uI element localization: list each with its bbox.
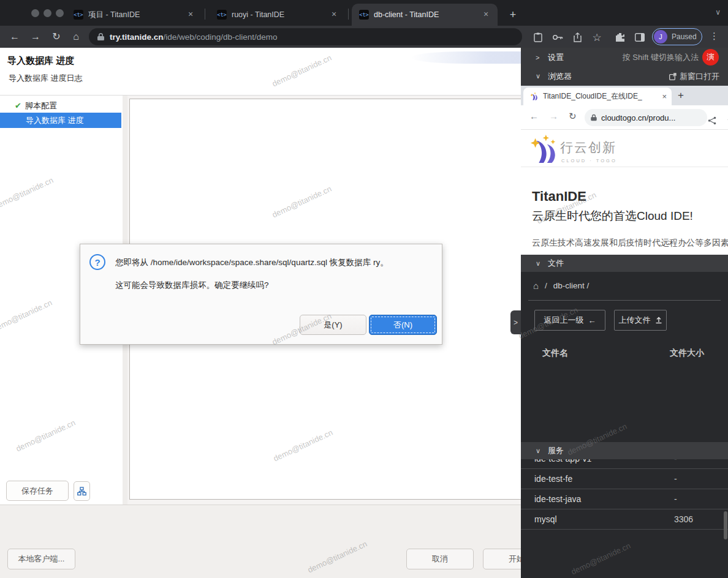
clipboard-icon[interactable]: [531, 30, 545, 45]
hero-subtitle: 云原生时代您的首选Cloud IDE!: [532, 208, 693, 224]
mini-forward-icon[interactable]: →: [549, 111, 558, 121]
tab-title: db-client - TitanIDE: [374, 10, 476, 19]
check-icon: ✔: [15, 101, 21, 110]
sitemap-icon: [77, 487, 86, 496]
service-row[interactable]: mysql 3306: [521, 509, 728, 530]
titanide-db-client-app: 导入数据库 进度 导入数据库 进度日志 ✔ 脚本配置 导入数据库 进度 保存任务: [0, 48, 521, 578]
share-icon[interactable]: [570, 30, 585, 45]
profile-chip[interactable]: J Paused: [652, 28, 702, 45]
url-path: /ide/web/coding/db-client/demo: [164, 32, 278, 42]
step-label: 脚本配置: [25, 100, 57, 111]
url-host: try.titanide.cn: [110, 32, 164, 42]
settings-section-header[interactable]: > 设置 按 Shift 键切换输入法 演: [521, 48, 728, 67]
sitemap-button[interactable]: [74, 481, 90, 501]
lock-icon: [97, 32, 104, 41]
side-panel-icon[interactable]: [632, 30, 647, 45]
local-client-button[interactable]: 本地客户端...: [7, 549, 75, 569]
upload-icon: [655, 317, 662, 324]
new-tab-button[interactable]: +: [505, 7, 521, 23]
avatar: J: [654, 30, 667, 43]
mini-url: cloudtogo.cn/produ...: [601, 113, 675, 122]
tab-ruoyi[interactable]: <t> ruoyi - TitanIDE ×: [210, 4, 346, 26]
save-task-button[interactable]: 保存任务: [6, 481, 69, 501]
chevron-down-icon: ∨: [536, 72, 543, 80]
reload-icon[interactable]: ↻: [49, 30, 64, 45]
tab-close-icon[interactable]: ×: [185, 9, 196, 20]
file-browser: ⌂ / db-client / 返回上一级← 上传文件 文件名 文件大小: [521, 272, 728, 442]
service-row[interactable]: ide-test-app-v1 -: [521, 459, 728, 469]
panel-scrollbar[interactable]: [724, 511, 727, 539]
tab-project[interactable]: <t> 项目 - TitanIDE ×: [66, 4, 202, 26]
tab-close-icon[interactable]: ×: [480, 9, 491, 20]
brand-name: 行云创新: [560, 139, 616, 156]
ide-side-panel: > 设置 按 Shift 键切换输入法 演 ∨ 浏览器 新窗口打开 Ti: [521, 48, 728, 578]
titanide-favicon: <t>: [74, 10, 83, 20]
mini-address-bar[interactable]: cloudtogo.cn/produ...: [585, 109, 707, 126]
step-script-config[interactable]: ✔ 脚本配置: [0, 98, 121, 113]
files-section-header[interactable]: ∨ 文件: [521, 255, 728, 272]
open-new-window-button[interactable]: 新窗口打开: [669, 71, 719, 82]
window-close-button[interactable]: [31, 9, 39, 17]
service-row[interactable]: ide-test-java -: [521, 489, 728, 509]
cancel-button[interactable]: 取消: [406, 549, 474, 569]
page-subtitle: 导入数据库 进度日志: [9, 73, 83, 84]
mini-new-tab-button[interactable]: +: [678, 89, 684, 102]
hero-title: TitanIDE: [532, 189, 586, 205]
header-decoration: [411, 51, 521, 64]
hero-paragraph: 云原生技术高速发展和后疫情时代远程办公等多因素: [532, 238, 728, 249]
mini-tab-close-icon[interactable]: ×: [662, 92, 667, 101]
home-icon[interactable]: ⌂: [533, 280, 539, 291]
mini-reload-icon[interactable]: ↻: [569, 111, 577, 122]
browser-menu-icon[interactable]: ⋮: [710, 31, 719, 42]
step-import-progress[interactable]: 导入数据库 进度: [0, 113, 121, 128]
titanide-favicon: <t>: [217, 10, 227, 20]
titanide-favicon: <t>: [359, 10, 369, 20]
left-arrow-icon: ←: [588, 316, 596, 325]
tab-title: 项目 - TitanIDE: [88, 10, 180, 20]
browser-toolbar: ← → ↻ ⌂ try.titanide.cn/ide/web/coding/d…: [0, 26, 728, 48]
dialog-message-line2: 这可能会导致数据库损坏。确定要继续吗?: [115, 280, 269, 291]
window-minimize-button[interactable]: [44, 9, 51, 17]
demo-badge[interactable]: 演: [702, 49, 719, 66]
window-zoom-button[interactable]: [56, 9, 64, 17]
home-icon[interactable]: ⌂: [69, 30, 83, 45]
services-section-header[interactable]: ∨ 服务: [521, 442, 728, 459]
sync-status: Paused: [672, 32, 697, 41]
mini-browser-tab[interactable]: TitanIDE_CloudIDE_在线IDE_ ×: [523, 88, 672, 105]
tab-separator: [348, 9, 349, 20]
tab-search-chevron-icon[interactable]: ∨: [715, 8, 721, 17]
wizard-footer: 本地客户端... 取消 开始: [0, 505, 521, 578]
tab-db-client-active[interactable]: <t> db-client - TitanIDE ×: [352, 4, 498, 26]
mini-browser-toolbar: ← → ↻ cloudtogo.cn/produ...: [521, 105, 728, 130]
chevron-down-icon: ∨: [536, 447, 543, 455]
no-button[interactable]: 否(N): [369, 315, 437, 335]
question-icon: ?: [89, 254, 105, 270]
back-icon[interactable]: ←: [7, 30, 22, 45]
breadcrumb-divider: [528, 300, 721, 301]
bookmark-star-icon[interactable]: ☆: [590, 30, 604, 45]
tab-close-icon[interactable]: ×: [328, 9, 339, 20]
cloudtogo-logo: [529, 135, 558, 165]
column-filename: 文件名: [542, 348, 568, 359]
column-filesize: 文件大小: [670, 348, 704, 359]
address-bar[interactable]: try.titanide.cn/ide/web/coding/db-client…: [89, 28, 522, 45]
ime-hint: 按 Shift 键切换输入法: [623, 52, 699, 63]
go-up-button[interactable]: 返回上一级←: [534, 310, 605, 331]
mini-browser-tab-strip: TitanIDE_CloudIDE_在线IDE_ × +: [521, 86, 728, 105]
extensions-puzzle-icon[interactable]: [613, 30, 628, 45]
password-key-icon[interactable]: [550, 30, 565, 45]
upload-file-button[interactable]: 上传文件: [614, 310, 667, 331]
service-row[interactable]: ide-test-fe -: [521, 469, 728, 489]
mini-more-icon[interactable]: [723, 113, 728, 128]
mini-back-icon[interactable]: ←: [529, 111, 539, 121]
cloudtogo-webpage: 行云创新 CLOUD · TOGO TitanIDE 云原生时代您的首选Clou…: [521, 130, 728, 255]
breadcrumb-path[interactable]: db-client /: [553, 281, 590, 290]
yes-button[interactable]: 是(Y): [300, 315, 366, 335]
panel-collapse-handle[interactable]: >: [510, 310, 521, 334]
forward-icon[interactable]: →: [28, 30, 43, 45]
start-button[interactable]: 开始: [483, 549, 521, 569]
mini-share-icon[interactable]: [705, 113, 719, 128]
chevron-down-icon: ∨: [536, 260, 543, 268]
browser-section-header[interactable]: ∨ 浏览器 新窗口打开: [521, 67, 728, 86]
breadcrumb: ⌂ / db-client /: [533, 280, 589, 291]
